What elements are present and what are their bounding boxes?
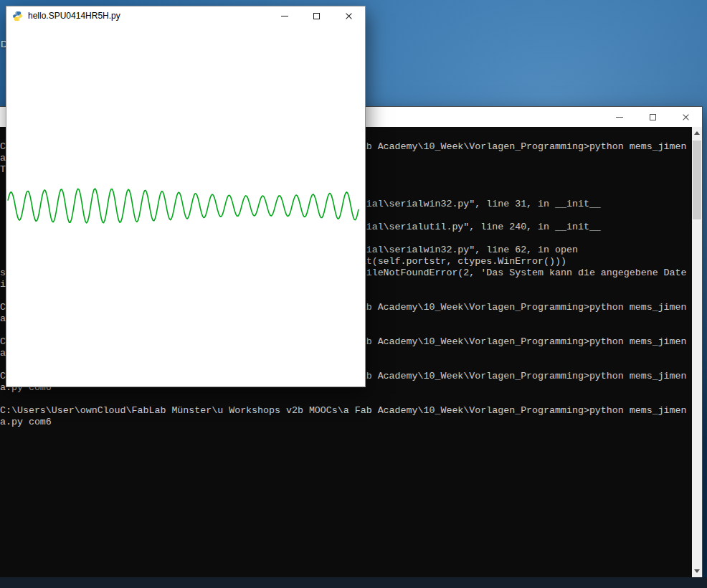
close-icon xyxy=(345,12,353,20)
console-line xyxy=(0,394,692,405)
waveform xyxy=(6,25,365,387)
plot-canvas xyxy=(6,25,365,387)
arrow-down-icon xyxy=(694,569,700,573)
minimize-icon xyxy=(616,117,623,118)
console-minimize-button[interactable] xyxy=(603,107,636,127)
hello-window-controls xyxy=(268,6,365,25)
scrollbar-thumb[interactable] xyxy=(693,141,701,219)
close-icon xyxy=(682,113,690,121)
python-icon xyxy=(12,11,23,22)
arrow-up-icon xyxy=(694,131,700,135)
console-window-controls xyxy=(603,107,702,127)
window-title: hello.SPU0414HR5H.py xyxy=(28,11,120,21)
console-close-button[interactable] xyxy=(669,107,702,127)
hello-window: hello.SPU0414HR5H.py xyxy=(6,6,366,387)
desktop: { "desktop": { "icon_label_fragment": "D… xyxy=(0,0,707,588)
maximize-icon xyxy=(650,114,656,120)
console-scrollbar[interactable] xyxy=(692,127,702,577)
minimize-icon xyxy=(281,16,288,16)
console-maximize-button[interactable] xyxy=(636,107,669,127)
hello-title-bar[interactable]: hello.SPU0414HR5H.py xyxy=(6,6,365,25)
hello-close-button[interactable] xyxy=(333,6,365,25)
scroll-down-button[interactable] xyxy=(692,565,702,577)
taskbar xyxy=(0,577,707,588)
maximize-icon xyxy=(313,13,320,19)
hello-minimize-button[interactable] xyxy=(268,6,300,25)
scroll-up-button[interactable] xyxy=(692,127,702,139)
hello-maximize-button[interactable] xyxy=(300,6,333,25)
console-line: C:\Users\User\ownCloud\FabLab Münster\u … xyxy=(0,405,692,417)
console-line: a.py com6 xyxy=(0,417,692,428)
